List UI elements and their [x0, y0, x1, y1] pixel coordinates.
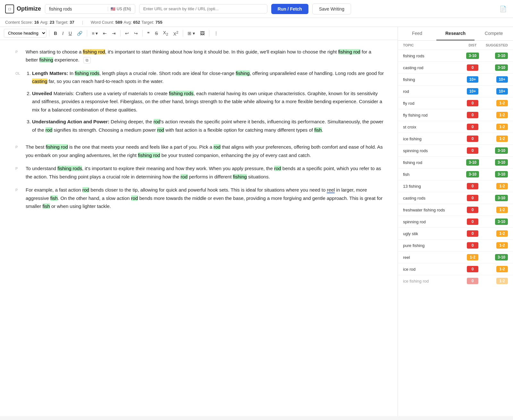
topic-name: st croix	[403, 125, 463, 129]
suggested-badge: 1-2	[496, 230, 508, 237]
dist-col: 3-10	[463, 171, 482, 177]
table-row[interactable]: ice rod 0 1-2	[398, 263, 513, 275]
topic-name: fishing	[403, 77, 463, 82]
list-button[interactable]: ≡ ▾	[90, 29, 100, 37]
suggested-badge: 3-10	[495, 147, 508, 154]
indent-button[interactable]: ⇥	[110, 29, 118, 37]
run-fetch-button[interactable]: Run / Fetch	[271, 4, 308, 14]
para-label-3: P	[15, 166, 23, 172]
table-row[interactable]: spinning rod 0 3-10	[398, 216, 513, 228]
table-row[interactable]: casting rod 0 3-10	[398, 62, 513, 74]
suggested-badge: 1-2	[496, 242, 508, 249]
suggested-badge: 1-2	[496, 124, 508, 130]
outdent-button[interactable]: ⇤	[101, 29, 109, 37]
dist-col: 0	[463, 195, 482, 201]
topic-name: fishing rod	[403, 160, 463, 165]
table-row[interactable]: ugly stik 0 1-2	[398, 228, 513, 240]
heading-select[interactable]: Choose heading Heading 1 Heading 2 Headi…	[4, 29, 46, 37]
hl-fishing-2: fishing	[233, 174, 247, 179]
underline-button[interactable]: U	[67, 29, 74, 37]
table-row[interactable]: freshwater fishing rods 0 1-2	[398, 204, 513, 216]
table-row[interactable]: reel 1-2 3-10	[398, 251, 513, 263]
dist-col: 0	[463, 242, 482, 249]
image-button[interactable]: 🖼	[198, 29, 206, 37]
table-row[interactable]: rod 10+ 10+	[398, 86, 513, 97]
table-row[interactable]: fishing 10+ 10+	[398, 74, 513, 86]
dist-badge: 0	[467, 218, 478, 225]
dist-badge: 0	[467, 183, 478, 189]
table-row[interactable]: fishing rod 3-10 3-10	[398, 157, 513, 169]
suggested-col: 1-2	[482, 278, 508, 284]
topic-name: spinning rods	[403, 148, 463, 153]
more-options-button[interactable]: ⋮	[212, 29, 220, 37]
table-row[interactable]: casting rods 0 3-10	[398, 192, 513, 204]
table-row[interactable]: ice fishing 0 1-2	[398, 133, 513, 145]
dist-col: 0	[463, 207, 482, 213]
table-button[interactable]: ⊞ ▾	[186, 29, 197, 37]
para-content-1: When starting to choose a fishing rod, i…	[26, 48, 385, 64]
bold-button[interactable]: B	[52, 29, 59, 37]
hl-fish-2: fish	[50, 195, 58, 201]
dist-col: 10+	[463, 88, 482, 95]
para-content-3: To understand fishing rods, it's importa…	[26, 164, 385, 181]
topic-name: freshwater fishing rods	[403, 208, 463, 212]
hl-rod-2: rod	[46, 127, 53, 133]
content-score-val: 16	[34, 20, 39, 25]
hl-rod-7: rod	[82, 187, 89, 193]
col-dist: DIST	[463, 43, 482, 47]
copy-paragraph-button[interactable]: ⧉	[83, 57, 91, 63]
para-label-1: P	[15, 49, 23, 55]
suggested-col: 3-10	[482, 195, 508, 201]
save-writing-button[interactable]: Save Writing	[312, 4, 351, 14]
url-input-box[interactable]	[139, 4, 267, 13]
italic-button[interactable]: I	[60, 29, 65, 37]
link-button[interactable]: 🔗	[75, 29, 84, 37]
suggested-col: 1-2	[482, 100, 508, 106]
suggested-col: 1-2	[482, 124, 508, 130]
url-input[interactable]	[143, 6, 263, 11]
topic-name: fishing rods	[403, 54, 463, 58]
table-row[interactable]: 13 fishing 0 1-2	[398, 180, 513, 192]
highlight-fishing-green: fishing	[39, 57, 53, 62]
table-row[interactable]: fishing rods 3-10 3-10	[398, 50, 513, 62]
hl-rod-1: rod	[154, 119, 161, 124]
subscript-button[interactable]: X2	[161, 29, 170, 37]
superscript-button[interactable]: X2	[171, 29, 180, 38]
highlight-fishing-rod-green-1: fishing rod	[338, 49, 360, 54]
table-row[interactable]: spinning rods 0 3-10	[398, 145, 513, 157]
strike-button[interactable]: S	[153, 29, 160, 37]
document-icon-button[interactable]: 📄	[498, 4, 508, 14]
editor-content[interactable]: P When starting to choose a fishing rod,…	[0, 40, 398, 416]
table-row[interactable]: st croix 0 1-2	[398, 121, 513, 133]
keyword-input[interactable]	[49, 6, 105, 12]
suggested-badge: 1-2	[496, 278, 508, 284]
dist-badge: 0	[467, 278, 478, 284]
table-row[interactable]: fly rod 0 1-2	[398, 97, 513, 109]
table-rows-container: fishing rods 3-10 3-10 casting rod 0 3-1…	[398, 50, 513, 287]
suggested-badge: 3-10	[495, 64, 508, 71]
quote-button[interactable]: ❝	[145, 29, 152, 37]
suggested-col: 3-10	[482, 64, 508, 71]
suggested-col: 1-2	[482, 242, 508, 249]
main-layout: Choose heading Heading 1 Heading 2 Headi…	[0, 27, 513, 416]
redo-button[interactable]: ↪	[132, 29, 140, 37]
tab-compete[interactable]: Compete	[475, 27, 513, 40]
suggested-col: 1-2	[482, 136, 508, 142]
right-panel: Feed Research Compete TOPIC DIST SUGGEST…	[398, 27, 513, 416]
table-row[interactable]: pure fishing 0 1-2	[398, 240, 513, 251]
tab-feed[interactable]: Feed	[398, 27, 436, 40]
table-row[interactable]: ice fishing rod 0 1-2	[398, 275, 513, 287]
dist-badge: 0	[467, 136, 478, 142]
tab-research[interactable]: Research	[436, 27, 475, 40]
keyword-search-box[interactable]: 🇺🇸 US (EN)	[45, 4, 135, 14]
dist-col: 0	[463, 112, 482, 118]
undo-button[interactable]: ↩	[123, 29, 131, 37]
table-row[interactable]: fish 3-10 3-10	[398, 169, 513, 180]
suggested-col: 10+	[482, 88, 508, 95]
table-row[interactable]: fly fishing rod 0 1-2	[398, 109, 513, 121]
hl-fishing-1: fishing	[236, 70, 249, 76]
content-avg-label: Avg:	[40, 20, 48, 25]
highlight-fishing-rod-yellow: fishing rod	[83, 49, 105, 54]
suggested-badge: 3-10	[495, 159, 508, 166]
paragraph-2: P The best fishing rod is the one that m…	[15, 143, 385, 159]
